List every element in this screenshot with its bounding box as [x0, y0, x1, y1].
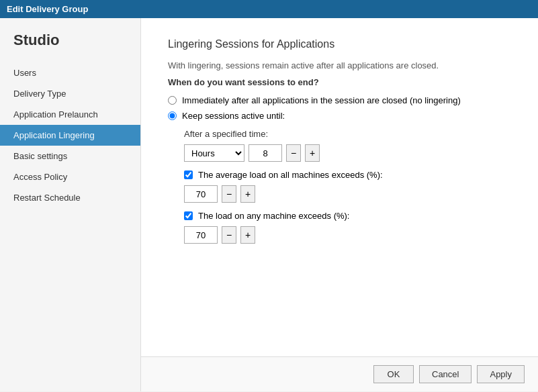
machine-load-checkbox-row: The load on any machine exceeds (%): [184, 211, 511, 221]
sidebar-item-application-lingering[interactable]: Application Lingering [0, 125, 140, 146]
time-unit-select[interactable]: Hours Minutes [184, 144, 244, 162]
title-bar: Edit Delivery Group [0, 0, 538, 18]
description-text: With lingering, sessions remain active a… [168, 60, 511, 70]
apply-button[interactable]: Apply [477, 365, 525, 383]
ok-button[interactable]: OK [373, 365, 414, 383]
page-title: Lingering Sessions for Applications [168, 38, 511, 50]
time-row: Hours Minutes − + [184, 144, 511, 162]
radio-no-lingering-label: Immediately after all applications in th… [182, 95, 461, 105]
title-bar-label: Edit Delivery Group [7, 4, 88, 14]
avg-load-input[interactable] [184, 185, 218, 203]
machine-load-increment-button[interactable]: + [240, 226, 255, 244]
radio-no-lingering[interactable]: Immediately after all applications in th… [168, 95, 511, 105]
avg-load-checkbox[interactable] [184, 170, 193, 179]
radio-keep-active-label: Keep sessions active until: [182, 111, 285, 121]
avg-load-label: The average load on all machines exceeds… [198, 170, 383, 180]
cancel-button[interactable]: Cancel [419, 365, 472, 383]
avg-load-decrement-button[interactable]: − [222, 185, 236, 203]
time-increment-button[interactable]: + [305, 144, 320, 162]
avg-load-value-row: − + [184, 185, 511, 203]
question-text: When do you want sessions to end? [168, 77, 511, 87]
sidebar-item-basic-settings[interactable]: Basic settings [0, 146, 140, 166]
machine-load-label: The load on any machine exceeds (%): [198, 211, 349, 221]
sidebar-nav: Users Delivery Type Application Prelaunc… [0, 62, 140, 208]
content-area: Lingering Sessions for Applications With… [141, 18, 538, 272]
avg-load-increment-button[interactable]: + [240, 185, 255, 203]
studio-logo: Studio [0, 32, 140, 62]
sidebar-item-application-prelaunch[interactable]: Application Prelaunch [0, 104, 140, 125]
time-value-input[interactable] [249, 144, 282, 162]
radio-keep-active-input[interactable] [168, 111, 177, 120]
sidebar-item-restart-schedule[interactable]: Restart Schedule [0, 187, 140, 208]
sidebar: Studio Users Delivery Type Application P… [0, 18, 141, 391]
time-decrement-button[interactable]: − [286, 144, 301, 162]
radio-no-lingering-input[interactable] [168, 96, 177, 105]
sidebar-item-access-policy[interactable]: Access Policy [0, 166, 140, 187]
radio-keep-active[interactable]: Keep sessions active until: [168, 111, 511, 121]
machine-load-input[interactable] [184, 226, 218, 244]
avg-load-checkbox-row: The average load on all machines exceeds… [184, 170, 511, 180]
machine-load-decrement-button[interactable]: − [222, 226, 236, 244]
machine-load-checkbox[interactable] [184, 211, 193, 220]
sidebar-item-users[interactable]: Users [0, 62, 140, 83]
sidebar-item-delivery-type[interactable]: Delivery Type [0, 83, 140, 104]
after-specified-time-label: After a specified time: [184, 129, 511, 139]
footer: OK Cancel Apply [141, 356, 538, 391]
machine-load-value-row: − + [184, 226, 511, 244]
